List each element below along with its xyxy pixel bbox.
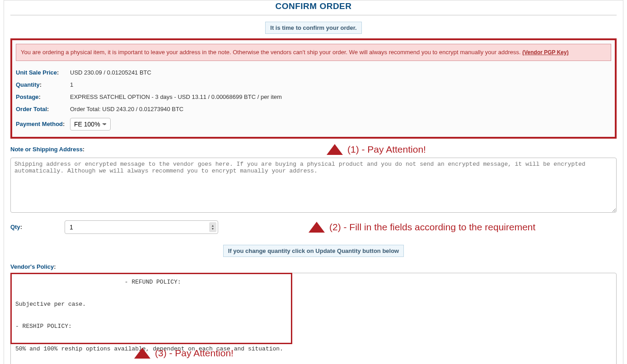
warning-text: You are ordering a physical item, it is … <box>21 49 522 56</box>
annotation-2-text: (2) - Fill in the fields according to th… <box>329 222 535 233</box>
physical-item-warning: You are ordering a physical item, it is … <box>16 44 611 61</box>
qty-input[interactable] <box>65 220 218 234</box>
triangle-icon <box>327 144 343 155</box>
label-payment-method: Payment Method <box>16 121 63 127</box>
vendor-policy-textarea[interactable] <box>10 273 617 364</box>
row-order-total: Order Total: Order Total: USD 243.20 / 0… <box>16 103 611 115</box>
value-order-total: Order Total: USD 243.20 / 0.01273940 BTC <box>70 106 183 112</box>
row-payment-method: Payment Method: FE 100% <box>16 115 611 133</box>
label-postage: Postage <box>16 93 39 100</box>
label-order-total: Order Total <box>16 106 47 112</box>
value-postage: EXPRESS SATCHEL OPTION - 3 days - USD 13… <box>70 93 282 100</box>
label-quantity: Quantity <box>16 81 40 88</box>
row-postage: Postage: EXPRESS SATCHEL OPTION - 3 days… <box>16 91 611 103</box>
annotation-2: (2) - Fill in the fields according to th… <box>309 222 535 233</box>
subtitle-banner: It is time to confirm your order. <box>265 22 361 34</box>
shipping-address-textarea[interactable] <box>10 158 617 213</box>
payment-method-select[interactable]: FE 100% <box>70 118 111 131</box>
value-quantity: 1 <box>70 81 73 88</box>
qty-row: Qty: ▲ ▼ (2) - Fill in the fields accord… <box>10 220 617 234</box>
row-quantity: Quantity: 1 <box>16 79 611 91</box>
label-note-shipping: Note or Shipping Address <box>10 146 83 153</box>
vendor-policy-wrap: (3) - Pay Attention! <box>10 273 617 364</box>
label-qty: Qty <box>10 224 20 230</box>
annotation-1: (1) - Pay Attention! <box>327 144 426 155</box>
divider <box>10 15 617 15</box>
page-title: CONFIRM ORDER <box>10 0 617 15</box>
note-header-row: Note or Shipping Address: (1) - Pay Atte… <box>10 144 617 155</box>
triangle-icon <box>309 222 325 233</box>
label-unit-sale-price: Unit Sale Price <box>16 69 57 76</box>
chevron-down-icon: ▼ <box>211 227 215 230</box>
label-vendor-policy: Vendor's Policy <box>10 263 54 270</box>
update-quantity-banner: If you change quantity click on Update Q… <box>223 245 404 257</box>
chevron-up-icon: ▲ <box>211 224 215 227</box>
confirm-order-panel: CONFIRM ORDER It is time to confirm your… <box>4 0 623 364</box>
row-unit-sale-price: Unit Sale Price: USD 230.09 / 0.01205241… <box>16 66 611 79</box>
vendor-policy-header: Vendor's Policy: <box>10 263 617 270</box>
quantity-stepper[interactable]: ▲ ▼ <box>209 222 216 232</box>
vendor-pgp-key-link[interactable]: (Vendor PGP Key) <box>522 49 568 56</box>
value-unit-sale-price: USD 230.09 / 0.01205241 BTC <box>70 69 151 76</box>
annotation-1-text: (1) - Pay Attention! <box>347 144 426 155</box>
order-confirm-box: You are ordering a physical item, it is … <box>10 38 617 139</box>
